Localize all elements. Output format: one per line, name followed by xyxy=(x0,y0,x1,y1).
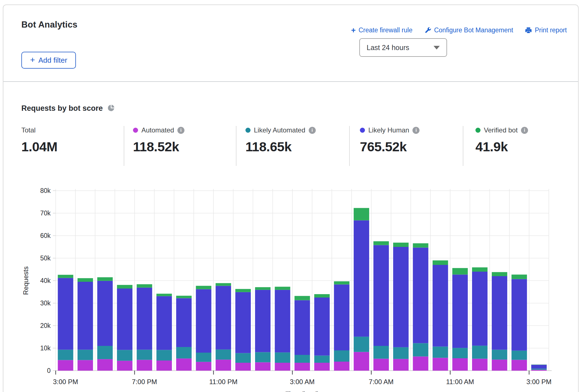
info-icon[interactable]: i xyxy=(177,127,184,134)
bar-segment-automated[interactable] xyxy=(314,363,330,371)
bar-segment-likely-human[interactable] xyxy=(78,282,93,350)
bar-segment-automated[interactable] xyxy=(216,360,231,371)
bar-segment-verified-bot[interactable] xyxy=(235,289,251,292)
bar-segment-likely-automated[interactable] xyxy=(334,350,349,362)
info-icon[interactable]: i xyxy=(521,127,528,134)
bar-segment-verified-bot[interactable] xyxy=(117,285,132,289)
bar-segment-likely-human[interactable] xyxy=(295,300,310,355)
bar-segment-automated[interactable] xyxy=(433,358,448,371)
bar-segment-verified-bot[interactable] xyxy=(176,296,192,298)
bar-segment-automated[interactable] xyxy=(235,363,251,371)
bar-segment-automated[interactable] xyxy=(354,352,369,371)
bar-segment-automated[interactable] xyxy=(255,362,270,371)
bar-segment-verified-bot[interactable] xyxy=(78,278,93,282)
bar-segment-likely-automated[interactable] xyxy=(295,355,310,363)
time-range-select[interactable]: Last 24 hours xyxy=(359,38,447,57)
bar-segment-likely-automated[interactable] xyxy=(354,337,369,352)
bar-segment-verified-bot[interactable] xyxy=(511,274,527,279)
bar-segment-likely-automated[interactable] xyxy=(492,350,507,360)
bar-segment-likely-human[interactable] xyxy=(511,279,527,350)
bar-segment-likely-human[interactable] xyxy=(334,285,349,350)
bar-segment-verified-bot[interactable] xyxy=(58,275,73,278)
create-firewall-rule-link[interactable]: + Create firewall rule xyxy=(351,26,412,34)
bar-segment-verified-bot[interactable] xyxy=(373,241,389,245)
bar-segment-automated[interactable] xyxy=(176,359,192,371)
bar-segment-automated[interactable] xyxy=(492,360,507,371)
bar-segment-likely-human[interactable] xyxy=(216,286,231,349)
bar-segment-likely-automated[interactable] xyxy=(452,348,468,358)
bar-segment-likely-human[interactable] xyxy=(137,288,152,350)
bar-segment-verified-bot[interactable] xyxy=(275,287,290,290)
bar-segment-automated[interactable] xyxy=(117,361,132,371)
bar-segment-verified-bot[interactable] xyxy=(393,243,409,247)
bar-segment-verified-bot[interactable] xyxy=(156,294,172,296)
bar-segment-verified-bot[interactable] xyxy=(97,277,113,281)
bar-segment-verified-bot[interactable] xyxy=(472,267,488,272)
bar-segment-likely-automated[interactable] xyxy=(275,352,290,363)
bar-segment-verified-bot[interactable] xyxy=(492,272,507,276)
bar-segment-likely-human[interactable] xyxy=(472,272,488,346)
bar-segment-automated[interactable] xyxy=(452,358,468,371)
bar-segment-likely-human[interactable] xyxy=(156,296,172,350)
bar-segment-likely-automated[interactable] xyxy=(314,355,330,363)
bar-segment-likely-automated[interactable] xyxy=(156,350,172,361)
bar-segment-automated[interactable] xyxy=(78,360,93,371)
bar-segment-verified-bot[interactable] xyxy=(295,296,310,300)
bar-segment-likely-automated[interactable] xyxy=(393,347,409,359)
add-filter-button[interactable]: + Add filter xyxy=(21,52,76,69)
bar-segment-likely-automated[interactable] xyxy=(97,346,113,359)
bar-segment-automated[interactable] xyxy=(531,370,547,371)
bar-segment-likely-human[interactable] xyxy=(373,245,389,346)
bar-segment-likely-human[interactable] xyxy=(492,276,507,350)
bar-segment-likely-human[interactable] xyxy=(314,298,330,355)
bar-segment-verified-bot[interactable] xyxy=(196,286,211,289)
bar-segment-likely-human[interactable] xyxy=(235,292,251,353)
bar-segment-likely-automated[interactable] xyxy=(235,353,251,363)
bar-segment-verified-bot[interactable] xyxy=(452,268,468,274)
bar-segment-likely-automated[interactable] xyxy=(117,350,132,361)
bar-segment-likely-automated[interactable] xyxy=(433,346,448,358)
info-icon[interactable]: i xyxy=(412,127,419,134)
bar-segment-verified-bot[interactable] xyxy=(314,294,330,298)
bar-segment-verified-bot[interactable] xyxy=(433,260,448,265)
bar-segment-likely-automated[interactable] xyxy=(255,352,270,362)
bar-segment-automated[interactable] xyxy=(334,362,349,371)
bar-segment-likely-automated[interactable] xyxy=(216,350,231,360)
bar-segment-automated[interactable] xyxy=(393,359,409,371)
bar-segment-likely-human[interactable] xyxy=(531,365,547,369)
bar-segment-likely-human[interactable] xyxy=(354,220,369,337)
bar-segment-likely-automated[interactable] xyxy=(413,343,428,356)
bar-segment-automated[interactable] xyxy=(295,363,310,371)
info-icon[interactable]: i xyxy=(309,127,316,134)
bar-segment-likely-automated[interactable] xyxy=(78,350,93,360)
bar-segment-automated[interactable] xyxy=(137,360,152,371)
bar-segment-likely-human[interactable] xyxy=(413,247,428,343)
bar-segment-verified-bot[interactable] xyxy=(216,283,231,286)
bar-segment-likely-human[interactable] xyxy=(117,289,132,350)
bar-segment-automated[interactable] xyxy=(58,360,73,371)
bar-segment-automated[interactable] xyxy=(472,359,488,371)
bar-segment-verified-bot[interactable] xyxy=(531,364,547,365)
bar-segment-likely-human[interactable] xyxy=(255,290,270,352)
bar-segment-likely-automated[interactable] xyxy=(531,369,547,370)
bar-segment-likely-automated[interactable] xyxy=(472,346,488,359)
bar-segment-likely-human[interactable] xyxy=(97,281,113,346)
bar-segment-likely-human[interactable] xyxy=(433,265,448,346)
bar-segment-verified-bot[interactable] xyxy=(334,281,349,284)
bar-segment-automated[interactable] xyxy=(413,357,428,371)
print-report-link[interactable]: Print report xyxy=(525,26,567,34)
configure-bot-management-link[interactable]: Configure Bot Management xyxy=(424,26,513,34)
bar-segment-automated[interactable] xyxy=(373,359,389,371)
bar-segment-likely-automated[interactable] xyxy=(511,351,527,360)
bar-segment-likely-human[interactable] xyxy=(275,290,290,352)
bar-segment-likely-human[interactable] xyxy=(452,274,468,348)
bar-segment-verified-bot[interactable] xyxy=(255,287,270,290)
bar-segment-likely-automated[interactable] xyxy=(58,350,73,360)
bar-segment-automated[interactable] xyxy=(511,360,527,371)
bar-segment-automated[interactable] xyxy=(156,361,172,371)
bar-segment-likely-automated[interactable] xyxy=(196,353,211,362)
bar-segment-likely-automated[interactable] xyxy=(373,346,389,359)
bar-segment-automated[interactable] xyxy=(275,363,290,371)
bar-segment-likely-human[interactable] xyxy=(393,247,409,347)
bar-segment-likely-human[interactable] xyxy=(196,289,211,353)
